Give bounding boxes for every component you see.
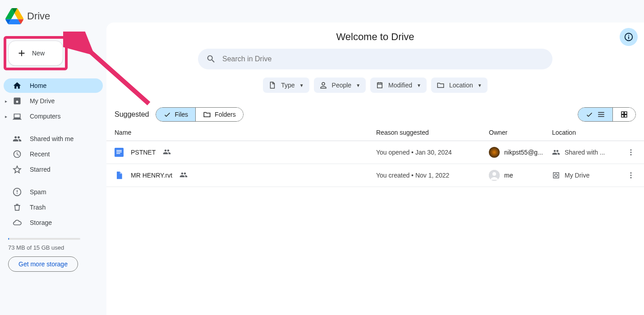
reason-text: You opened • Jan 30, 2024 [376, 149, 489, 156]
folder-icon [203, 110, 211, 119]
location-text: Shared with ... [565, 149, 605, 156]
plus-icon [17, 48, 27, 58]
new-button-label: New [32, 50, 45, 57]
sidebar-label-spam: Spam [30, 188, 46, 196]
grid-view-button[interactable] [612, 108, 635, 121]
table-row[interactable]: PSTNETYou opened • Jan 30, 2024nikpst55@… [106, 141, 644, 164]
file-name: MR HENRY.rvt [131, 172, 172, 179]
sidebar-item-home[interactable]: Home [4, 78, 103, 93]
svg-point-6 [630, 154, 632, 155]
svg-rect-3 [116, 153, 120, 154]
segment-files[interactable]: Files [156, 108, 196, 121]
check-icon [585, 110, 593, 119]
svg-point-11 [630, 177, 632, 178]
file-name: PSTNET [131, 149, 156, 156]
files-folders-toggle: Files Folders [156, 107, 244, 122]
more-actions-button[interactable] [624, 169, 638, 182]
filter-chips: Type▼ People▼ Modified▼ Location▼ [106, 78, 644, 93]
grid-icon [620, 110, 628, 119]
check-icon [163, 110, 171, 119]
suggested-toolbar: Suggested Files Folders [106, 107, 644, 124]
location-text: My Drive [565, 172, 589, 179]
sidebar-label-starred: Starred [30, 166, 51, 173]
sidebar-label-recent: Recent [30, 151, 50, 158]
details-button[interactable] [620, 28, 638, 46]
col-reason: Reason suggested [376, 129, 489, 136]
svg-rect-1 [116, 150, 122, 151]
sidebar-item-trash[interactable]: Trash [4, 200, 103, 215]
shared-icon [163, 148, 171, 157]
sidebar-item-mydrive[interactable]: ▸ My Drive [4, 94, 103, 108]
search-input[interactable] [222, 55, 544, 63]
storage-bar [8, 238, 80, 240]
computers-icon [13, 112, 22, 121]
page-title: Welcome to Drive [336, 31, 414, 43]
clock-icon [13, 150, 22, 159]
svg-point-4 [630, 149, 632, 151]
owner-text: nikpst55@g... [504, 149, 543, 156]
sidebar-item-shared[interactable]: Shared with me [4, 132, 103, 146]
sidebar-label-mydrive: My Drive [30, 97, 55, 105]
new-button[interactable]: New [8, 41, 63, 66]
sidebar-item-computers[interactable]: ▸ Computers [4, 109, 103, 123]
search-bar[interactable] [198, 49, 552, 69]
logo-row: Drive [4, 7, 103, 25]
storage-section: 73 MB of 15 GB used Get more storage [4, 238, 103, 272]
file-rows: PSTNETYou opened • Jan 30, 2024nikpst55@… [106, 141, 644, 187]
drive-logo-icon [5, 7, 23, 25]
owner-text: me [504, 172, 513, 179]
caret-icon: ▸ [5, 114, 7, 119]
star-icon [13, 165, 22, 174]
chevron-down-icon: ▼ [417, 83, 421, 88]
sidebar-item-starred[interactable]: Starred [4, 162, 103, 177]
nav-list: Home ▸ My Drive ▸ Computers Shared with … [4, 78, 103, 230]
chevron-down-icon: ▼ [356, 83, 360, 88]
main-content: Welcome to Drive Type▼ People▼ Modified▼… [106, 23, 644, 315]
home-icon [13, 81, 22, 90]
get-more-storage-button[interactable]: Get more storage [8, 256, 78, 272]
svg-point-10 [630, 175, 632, 176]
app-name: Drive [27, 10, 50, 22]
trash-icon [13, 203, 22, 212]
file-icon [268, 81, 276, 89]
reason-text: You created • Nov 1, 2022 [376, 172, 489, 179]
search-icon [206, 54, 216, 64]
chip-location[interactable]: Location▼ [431, 78, 488, 93]
storage-text: 73 MB of 15 GB used [8, 244, 98, 251]
svg-rect-2 [116, 151, 122, 152]
calendar-icon [376, 81, 384, 89]
view-toggle [578, 107, 636, 122]
list-view-button[interactable] [578, 108, 612, 121]
svg-point-5 [630, 152, 632, 153]
sidebar-item-storage[interactable]: Storage [4, 215, 103, 230]
sidebar-item-spam[interactable]: Spam [4, 185, 103, 199]
sidebar-label-storage: Storage [30, 219, 52, 226]
chip-people[interactable]: People▼ [314, 78, 366, 93]
table-row[interactable]: MR HENRY.rvtYou created • Nov 1, 2022meM… [106, 164, 644, 187]
spam-icon [13, 187, 22, 196]
col-owner: Owner [489, 129, 552, 136]
shared-icon [179, 171, 188, 180]
sidebar-label-computers: Computers [30, 113, 60, 120]
sidebar-label-home: Home [30, 82, 46, 89]
segment-folders[interactable]: Folders [195, 108, 243, 121]
header: Welcome to Drive [106, 25, 644, 49]
drive-icon [13, 96, 22, 105]
people-icon [13, 134, 22, 143]
more-actions-button[interactable] [624, 146, 638, 159]
cloud-icon [13, 218, 22, 227]
svg-point-9 [630, 172, 632, 173]
chevron-down-icon: ▼ [478, 83, 482, 88]
table-header: Name Reason suggested Owner Location [106, 124, 644, 141]
chip-modified[interactable]: Modified▼ [370, 78, 427, 93]
annotation-highlight: New [4, 36, 68, 70]
chip-type[interactable]: Type▼ [263, 78, 309, 93]
suggested-label: Suggested [115, 110, 149, 119]
sidebar-item-recent[interactable]: Recent [4, 147, 103, 161]
svg-point-8 [492, 172, 496, 176]
person-icon [319, 81, 327, 89]
sidebar: Drive New Home ▸ My Drive ▸ Computer [0, 0, 106, 315]
sidebar-label-trash: Trash [30, 204, 46, 211]
info-icon [624, 32, 634, 42]
caret-icon: ▸ [5, 99, 7, 104]
